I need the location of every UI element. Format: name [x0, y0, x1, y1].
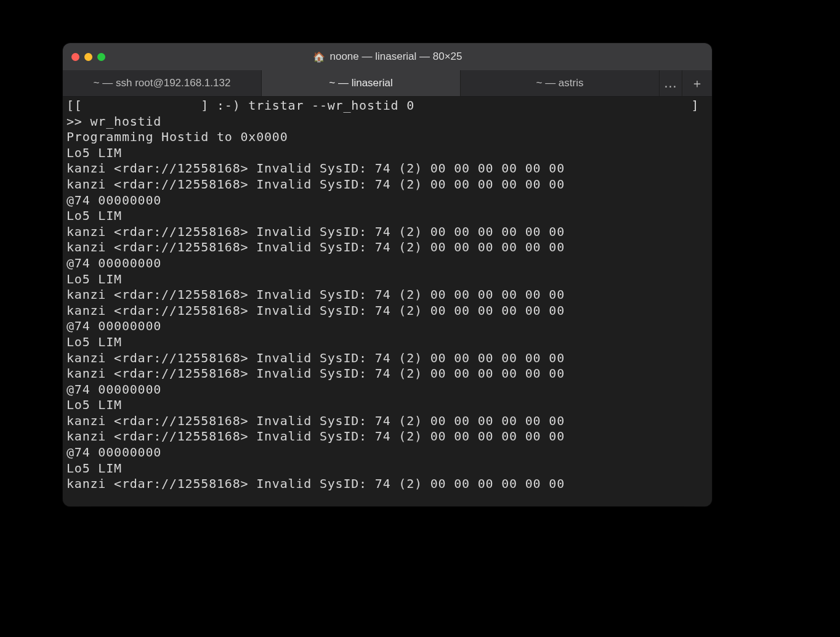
terminal-line: Lo5 LIM [67, 397, 708, 413]
terminal-line: Programming Hostid to 0x0000 [67, 129, 708, 145]
terminal-line: >> wr_hostid [67, 114, 708, 130]
terminal-line: kanzi <rdar://12558168> Invalid SysID: 7… [67, 429, 708, 445]
terminal-line: kanzi <rdar://12558168> Invalid SysID: 7… [67, 351, 708, 367]
terminal-line: kanzi <rdar://12558168> Invalid SysID: 7… [67, 161, 708, 177]
terminal-line: @74 00000000 [67, 445, 708, 461]
tab-astris[interactable]: ~ — astris [461, 70, 659, 96]
terminal-line: @74 00000000 [67, 256, 708, 272]
terminal-line: [[ ] :-) tristar --wr_hostid 0 ] [67, 98, 708, 114]
window-title-text: noone — linaserial — 80×25 [330, 51, 462, 63]
titlebar[interactable]: 🏠 noone — linaserial — 80×25 [63, 43, 712, 70]
new-tab-button[interactable]: ＋ [682, 70, 712, 96]
terminal-line: @74 00000000 [67, 318, 708, 335]
terminal-line: Lo5 LIM [67, 208, 708, 224]
tabs-overflow-button[interactable]: … [659, 70, 682, 96]
tab-ssh[interactable]: ~ — ssh root@192.168.1.132 [63, 70, 262, 96]
zoom-button[interactable] [97, 53, 105, 61]
terminal-line: kanzi <rdar://12558168> Invalid SysID: 7… [67, 224, 708, 240]
ellipsis-icon: … [664, 75, 678, 91]
tab-label: ~ — ssh root@192.168.1.132 [94, 77, 231, 89]
terminal-line: kanzi <rdar://12558168> Invalid SysID: 7… [67, 177, 708, 193]
home-icon: 🏠 [313, 51, 325, 63]
terminal-window: 🏠 noone — linaserial — 80×25 ~ — ssh roo… [63, 43, 712, 506]
tabbar: ~ — ssh root@192.168.1.132 ~ — linaseria… [63, 70, 712, 97]
tab-linaserial[interactable]: ~ — linaserial [262, 70, 461, 96]
tab-label: ~ — linaserial [329, 77, 392, 89]
close-button[interactable] [71, 53, 79, 61]
traffic-lights [71, 53, 105, 61]
terminal-line: kanzi <rdar://12558168> Invalid SysID: 7… [67, 413, 708, 429]
terminal-line: Lo5 LIM [67, 145, 708, 161]
terminal-line: kanzi <rdar://12558168> Invalid SysID: 7… [67, 240, 708, 256]
terminal-line: Lo5 LIM [67, 335, 708, 351]
terminal-line: @74 00000000 [67, 193, 708, 209]
plus-icon: ＋ [691, 75, 703, 92]
terminal-line: kanzi <rdar://12558168> Invalid SysID: 7… [67, 366, 708, 382]
terminal-output[interactable]: [[ ] :-) tristar --wr_hostid 0 ]>> wr_ho… [63, 97, 712, 506]
terminal-line: Lo5 LIM [67, 461, 708, 477]
terminal-line: kanzi <rdar://12558168> Invalid SysID: 7… [67, 476, 708, 492]
window-title: 🏠 noone — linaserial — 80×25 [63, 51, 712, 63]
minimize-button[interactable] [84, 53, 92, 61]
terminal-line: kanzi <rdar://12558168> Invalid SysID: 7… [67, 287, 708, 303]
terminal-line: @74 00000000 [67, 382, 708, 398]
terminal-line: kanzi <rdar://12558168> Invalid SysID: 7… [67, 303, 708, 319]
tab-label: ~ — astris [536, 77, 584, 89]
terminal-line: Lo5 LIM [67, 272, 708, 288]
